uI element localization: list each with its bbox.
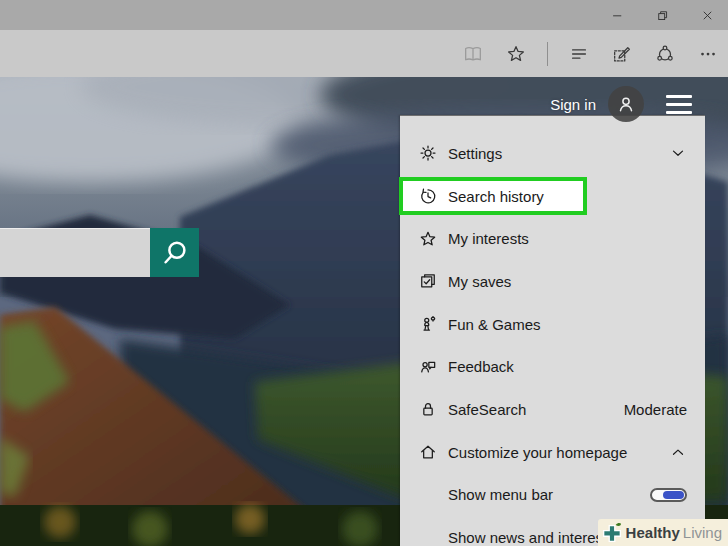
feedback-icon (418, 357, 438, 377)
search-button[interactable] (150, 228, 199, 277)
reading-view-button[interactable] (461, 42, 485, 66)
home-icon (418, 442, 438, 462)
chevron-down-icon (669, 144, 687, 162)
hub-button[interactable] (567, 42, 591, 66)
lock-icon (418, 399, 438, 419)
browser-toolbar (0, 30, 728, 77)
minimize-button[interactable] (605, 3, 630, 28)
search-icon (160, 238, 190, 268)
star-icon (418, 229, 438, 249)
gear-icon (418, 143, 438, 163)
favorites-button[interactable] (504, 42, 528, 66)
menu-item-show-menu-bar[interactable]: Show menu bar (400, 474, 705, 517)
close-button[interactable] (695, 3, 720, 28)
menu-item-label: My interests (448, 230, 529, 247)
hub-icon (568, 43, 590, 65)
watermark-text-light: Living (683, 524, 722, 541)
show-menu-bar-toggle[interactable] (650, 488, 687, 502)
page-content: Sign in Settings Search history My inter… (0, 77, 728, 546)
safesearch-level: Moderate (624, 401, 687, 418)
menu-item-label: Show menu bar (448, 486, 553, 503)
menu-item-label: SafeSearch (448, 401, 526, 418)
avatar[interactable] (608, 86, 644, 122)
account-area: Sign in (550, 86, 692, 122)
menu-item-customize-your-homepage[interactable]: Customize your homepage (400, 431, 705, 474)
menu-item-extra (650, 488, 687, 502)
watermark-text-bold: Healthy (626, 524, 680, 541)
favorites-star-icon (505, 43, 527, 65)
menu-item-settings[interactable]: Settings (400, 132, 705, 175)
sign-in-link[interactable]: Sign in (550, 96, 596, 113)
menu-item-label: Search history (448, 188, 544, 205)
web-note-button[interactable] (610, 42, 634, 66)
titlebar (0, 0, 728, 30)
minimize-icon (610, 8, 625, 23)
restore-icon (655, 8, 670, 23)
share-icon (654, 43, 676, 65)
toolbar-divider (547, 42, 548, 66)
more-icon (697, 43, 719, 65)
settings-menu-panel: Settings Search history My interests My … (400, 115, 705, 546)
menu-item-label: Feedback (448, 358, 514, 375)
games-icon (418, 314, 438, 334)
menu-item-icon (418, 528, 438, 546)
saves-icon (418, 271, 438, 291)
menu-item-label: Fun & Games (448, 316, 541, 333)
menu-item-label: Show news and interests (448, 529, 615, 546)
web-note-icon (611, 43, 633, 65)
menu-item-safesearch[interactable]: SafeSearch Moderate (400, 388, 705, 431)
person-icon (614, 92, 638, 116)
search-bar (0, 228, 199, 277)
chevron-up-icon (669, 443, 687, 461)
menu-item-my-saves[interactable]: My saves (400, 260, 705, 303)
menu-item-list: Settings Search history My interests My … (400, 116, 705, 546)
restore-button[interactable] (650, 3, 675, 28)
menu-item-feedback[interactable]: Feedback (400, 345, 705, 388)
menu-item-label: Customize your homepage (448, 444, 627, 461)
menu-item-label: My saves (448, 273, 511, 290)
menu-item-my-interests[interactable]: My interests (400, 217, 705, 260)
toggle-knob (663, 491, 684, 499)
menu-item-search-history[interactable]: Search history (400, 175, 705, 218)
menu-item-label: Settings (448, 145, 502, 162)
history-icon (418, 186, 438, 206)
reading-view-icon (462, 43, 484, 65)
healthy-living-watermark: Healthy Living (598, 519, 728, 546)
search-input[interactable] (0, 228, 150, 277)
menu-item-icon (418, 485, 438, 505)
share-button[interactable] (653, 42, 677, 66)
healthy-living-logo-icon (600, 521, 624, 545)
more-button[interactable] (696, 42, 720, 66)
hamburger-menu-icon[interactable] (666, 95, 692, 114)
browser-window: Sign in Settings Search history My inter… (0, 0, 728, 546)
menu-item-fun-games[interactable]: Fun & Games (400, 303, 705, 346)
close-icon (700, 8, 715, 23)
